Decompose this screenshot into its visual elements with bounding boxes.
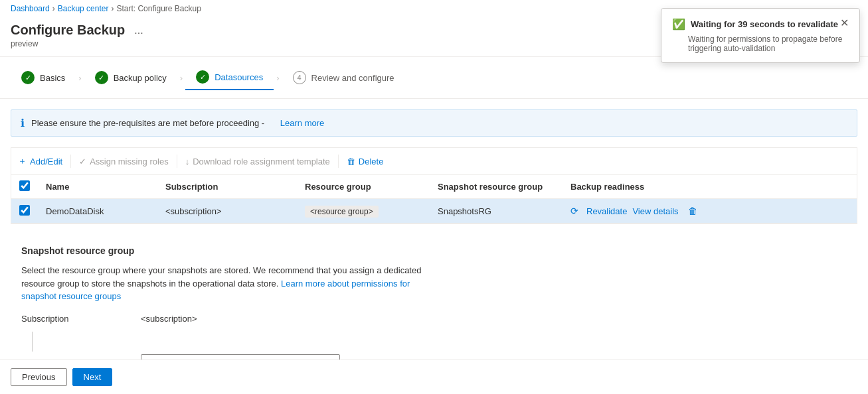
breadcrumb-dashboard[interactable]: Dashboard — [11, 4, 50, 13]
step-review-icon: 4 — [293, 71, 306, 84]
previous-button[interactable]: Previous — [11, 368, 67, 386]
step-basics-icon: ✓ — [21, 71, 35, 84]
toast-title-text: Waiting for 39 seconds to revalidate — [691, 19, 838, 29]
toast-check-icon: ✅ — [672, 18, 685, 31]
info-icon: ℹ — [21, 117, 25, 129]
delete-button[interactable]: 🗑 Delete — [340, 153, 391, 170]
page-title: Configure Backup — [11, 23, 125, 38]
header-backup-readiness: Backup readiness — [563, 175, 857, 199]
step-datasources[interactable]: ✓ Datasources — [185, 65, 274, 90]
row-resource-group: <resource group> — [297, 199, 430, 224]
next-button[interactable]: Next — [72, 368, 113, 386]
row-checkbox[interactable] — [19, 205, 30, 216]
snapshot-section-desc: Select the resource group where your sna… — [21, 264, 433, 303]
subscription-label: Subscription — [21, 314, 141, 324]
step-review-label: Review and configure — [311, 73, 394, 83]
form-connector-line — [32, 332, 33, 352]
row-checkbox-cell — [11, 199, 38, 224]
step-review[interactable]: 4 Review and configure — [282, 66, 405, 90]
header-name: Name — [38, 175, 157, 199]
step-backup-policy[interactable]: ✓ Backup policy — [84, 66, 177, 90]
rg-tag: <resource group> — [305, 206, 379, 218]
row-name: DemoDataDisk — [38, 199, 157, 224]
datasources-table: Name Subscription Resource group Snapsho… — [11, 175, 857, 224]
download-icon: ↓ — [185, 157, 190, 166]
header-subscription: Subscription — [157, 175, 297, 199]
toast-close-button[interactable]: ✕ — [840, 18, 849, 29]
snapshot-section-title: Snapshot resource group — [21, 245, 847, 256]
header-resource-group: Resource group — [297, 175, 430, 199]
step-backup-policy-label: Backup policy — [114, 73, 167, 83]
row-backup-readiness: ⟳ Revalidate View details 🗑 — [563, 199, 857, 224]
toast-title: ✅ Waiting for 39 seconds to revalidate — [672, 18, 838, 31]
view-details-link[interactable]: View details — [632, 206, 678, 216]
wizard-steps: ✓ Basics › ✓ Backup policy › ✓ Datasourc… — [0, 57, 868, 99]
revalidate-spinner: ⟳ — [570, 206, 578, 216]
select-all-checkbox[interactable] — [19, 180, 30, 191]
subscription-value: <subscription> — [141, 314, 197, 324]
learn-more-link[interactable]: Learn more — [280, 118, 324, 128]
plus-icon: ＋ — [18, 155, 27, 167]
info-text: Please ensure the pre-requisites are met… — [31, 118, 264, 128]
step-datasources-label: Datasources — [215, 72, 263, 82]
add-edit-button[interactable]: ＋ Add/Edit — [11, 152, 69, 170]
check-icon: ✓ — [79, 157, 86, 166]
step-datasources-icon: ✓ — [196, 70, 209, 84]
trash-icon: 🗑 — [347, 157, 355, 166]
page-footer: Previous Next — [0, 360, 868, 394]
header-checkbox-col — [11, 175, 38, 199]
main-content: ℹ Please ensure the pre-requisites are m… — [0, 99, 868, 394]
assign-roles-button[interactable]: ✓ Assign missing roles — [72, 153, 175, 170]
row-subscription: <subscription> — [157, 199, 297, 224]
step-basics-label: Basics — [40, 73, 65, 83]
download-template-button[interactable]: ↓ Download role assignment template — [179, 153, 337, 170]
breadcrumb-current: Start: Configure Backup — [116, 4, 201, 13]
subscription-form-row: Subscription <subscription> — [21, 314, 847, 324]
page-container: Dashboard › Backup center › Start: Confi… — [0, 0, 868, 394]
step-basics[interactable]: ✓ Basics — [11, 66, 76, 90]
table-header-row: Name Subscription Resource group Snapsho… — [11, 175, 857, 199]
row-snapshot-rg: SnapshotsRG — [430, 199, 563, 224]
toast-body: Waiting for permissions to propagate bef… — [672, 34, 849, 53]
datasources-table-container: ＋ Add/Edit ✓ Assign missing roles ↓ Down… — [11, 147, 857, 224]
revalidate-link[interactable]: Revalidate — [586, 206, 627, 216]
table-row[interactable]: DemoDataDisk <subscription> <resource gr… — [11, 199, 857, 224]
more-options-button[interactable]: ... — [130, 23, 147, 38]
table-toolbar: ＋ Add/Edit ✓ Assign missing roles ↓ Down… — [11, 148, 857, 175]
step-backup-policy-icon: ✓ — [95, 71, 108, 84]
header-snapshot-rg: Snapshot resource group — [430, 175, 563, 199]
breadcrumb-backup-center[interactable]: Backup center — [58, 4, 109, 13]
info-banner: ℹ Please ensure the pre-requisites are m… — [11, 109, 857, 137]
toast-header: ✅ Waiting for 39 seconds to revalidate ✕ — [672, 18, 849, 31]
row-delete-button[interactable]: 🗑 — [684, 204, 701, 218]
toast-notification: ✅ Waiting for 39 seconds to revalidate ✕… — [661, 8, 860, 63]
